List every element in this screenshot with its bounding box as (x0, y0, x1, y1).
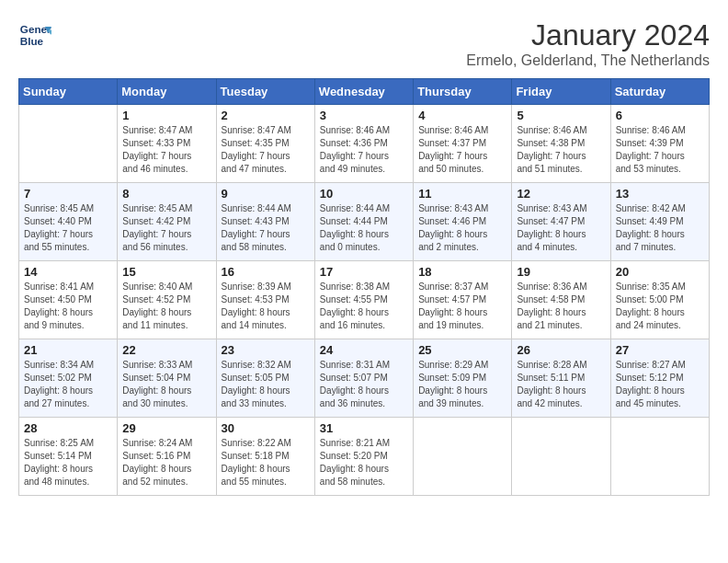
page-header: General Blue January 2024 Ermelo, Gelder… (18, 18, 710, 69)
day-info: Sunrise: 8:37 AM Sunset: 4:57 PM Dayligh… (418, 281, 506, 332)
day-info: Sunrise: 8:29 AM Sunset: 5:09 PM Dayligh… (418, 359, 506, 410)
day-info: Sunrise: 8:39 AM Sunset: 4:53 PM Dayligh… (222, 281, 310, 332)
day-info: Sunrise: 8:33 AM Sunset: 5:04 PM Dayligh… (122, 359, 210, 410)
day-number: 4 (418, 109, 506, 122)
logo-icon: General Blue (18, 18, 51, 52)
calendar-subtitle: Ermelo, Gelderland, The Netherlands (466, 52, 710, 69)
day-info: Sunrise: 8:40 AM Sunset: 4:52 PM Dayligh… (122, 281, 210, 332)
calendar-cell (414, 418, 512, 496)
day-number: 29 (122, 421, 210, 435)
day-info: Sunrise: 8:47 AM Sunset: 4:35 PM Dayligh… (222, 124, 310, 176)
day-info: Sunrise: 8:36 AM Sunset: 4:58 PM Dayligh… (517, 281, 605, 332)
day-number: 8 (122, 187, 210, 201)
day-info: Sunrise: 8:46 AM Sunset: 4:38 PM Dayligh… (517, 124, 605, 176)
day-number: 24 (320, 343, 408, 357)
day-number: 12 (517, 187, 605, 201)
calendar-cell: 20Sunrise: 8:35 AM Sunset: 5:00 PM Dayli… (610, 261, 709, 339)
day-info: Sunrise: 8:27 AM Sunset: 5:12 PM Dayligh… (616, 359, 704, 410)
day-info: Sunrise: 8:46 AM Sunset: 4:36 PM Dayligh… (320, 124, 408, 176)
calendar-week-row: 21Sunrise: 8:34 AM Sunset: 5:02 PM Dayli… (19, 339, 710, 418)
day-info: Sunrise: 8:43 AM Sunset: 4:47 PM Dayligh… (517, 202, 605, 254)
calendar-cell (19, 105, 118, 183)
day-info: Sunrise: 8:46 AM Sunset: 4:37 PM Dayligh… (418, 124, 506, 176)
calendar-cell: 3Sunrise: 8:46 AM Sunset: 4:36 PM Daylig… (314, 105, 413, 183)
day-number: 22 (122, 343, 210, 357)
day-info: Sunrise: 8:32 AM Sunset: 5:05 PM Dayligh… (222, 359, 310, 410)
day-number: 5 (517, 109, 605, 122)
calendar-week-row: 14Sunrise: 8:41 AM Sunset: 4:50 PM Dayli… (19, 261, 710, 339)
calendar-week-row: 28Sunrise: 8:25 AM Sunset: 5:14 PM Dayli… (19, 418, 710, 496)
calendar-cell: 12Sunrise: 8:43 AM Sunset: 4:47 PM Dayli… (512, 183, 610, 261)
svg-text:Blue: Blue (20, 35, 44, 47)
weekday-header-saturday: Saturday (610, 79, 709, 105)
calendar-cell: 6Sunrise: 8:46 AM Sunset: 4:39 PM Daylig… (610, 105, 709, 183)
day-number: 10 (320, 187, 408, 201)
day-info: Sunrise: 8:44 AM Sunset: 4:44 PM Dayligh… (320, 202, 408, 254)
day-info: Sunrise: 8:43 AM Sunset: 4:46 PM Dayligh… (418, 202, 506, 254)
calendar-body: 1Sunrise: 8:47 AM Sunset: 4:33 PM Daylig… (19, 105, 710, 496)
calendar-cell: 14Sunrise: 8:41 AM Sunset: 4:50 PM Dayli… (19, 261, 118, 339)
day-number: 15 (122, 265, 210, 279)
weekday-header-row: SundayMondayTuesdayWednesdayThursdayFrid… (19, 79, 710, 105)
day-info: Sunrise: 8:45 AM Sunset: 4:42 PM Dayligh… (122, 202, 210, 254)
day-info: Sunrise: 8:28 AM Sunset: 5:11 PM Dayligh… (517, 359, 605, 410)
day-number: 16 (222, 265, 310, 279)
day-number: 18 (418, 265, 506, 279)
calendar-cell: 19Sunrise: 8:36 AM Sunset: 4:58 PM Dayli… (512, 261, 610, 339)
day-info: Sunrise: 8:44 AM Sunset: 4:43 PM Dayligh… (222, 202, 310, 254)
calendar-cell: 8Sunrise: 8:45 AM Sunset: 4:42 PM Daylig… (118, 183, 216, 261)
day-info: Sunrise: 8:24 AM Sunset: 5:16 PM Dayligh… (122, 437, 210, 488)
calendar-week-row: 7Sunrise: 8:45 AM Sunset: 4:40 PM Daylig… (19, 183, 710, 261)
day-number: 26 (517, 343, 605, 357)
calendar-cell: 22Sunrise: 8:33 AM Sunset: 5:04 PM Dayli… (118, 339, 216, 418)
day-info: Sunrise: 8:22 AM Sunset: 5:18 PM Dayligh… (222, 437, 310, 488)
weekday-header-monday: Monday (118, 79, 216, 105)
day-info: Sunrise: 8:45 AM Sunset: 4:40 PM Dayligh… (24, 202, 112, 254)
calendar-cell: 5Sunrise: 8:46 AM Sunset: 4:38 PM Daylig… (512, 105, 610, 183)
day-number: 7 (24, 187, 112, 201)
calendar-cell: 29Sunrise: 8:24 AM Sunset: 5:16 PM Dayli… (118, 418, 216, 496)
weekday-header-wednesday: Wednesday (314, 79, 413, 105)
day-number: 2 (222, 109, 310, 122)
calendar-cell: 28Sunrise: 8:25 AM Sunset: 5:14 PM Dayli… (19, 418, 118, 496)
calendar-cell: 13Sunrise: 8:42 AM Sunset: 4:49 PM Dayli… (610, 183, 709, 261)
day-number: 20 (616, 265, 704, 279)
day-number: 19 (517, 265, 605, 279)
calendar-cell: 9Sunrise: 8:44 AM Sunset: 4:43 PM Daylig… (216, 183, 314, 261)
day-info: Sunrise: 8:47 AM Sunset: 4:33 PM Dayligh… (122, 124, 210, 176)
day-number: 30 (222, 421, 310, 435)
calendar-cell: 18Sunrise: 8:37 AM Sunset: 4:57 PM Dayli… (414, 261, 512, 339)
day-number: 17 (320, 265, 408, 279)
calendar-cell: 24Sunrise: 8:31 AM Sunset: 5:07 PM Dayli… (314, 339, 413, 418)
day-number: 31 (320, 421, 408, 435)
calendar-week-row: 1Sunrise: 8:47 AM Sunset: 4:33 PM Daylig… (19, 105, 710, 183)
day-number: 13 (616, 187, 704, 201)
day-number: 9 (222, 187, 310, 201)
day-info: Sunrise: 8:38 AM Sunset: 4:55 PM Dayligh… (320, 281, 408, 332)
calendar-cell: 7Sunrise: 8:45 AM Sunset: 4:40 PM Daylig… (19, 183, 118, 261)
day-number: 25 (418, 343, 506, 357)
day-number: 11 (418, 187, 506, 201)
calendar-cell: 23Sunrise: 8:32 AM Sunset: 5:05 PM Dayli… (216, 339, 314, 418)
calendar-cell: 30Sunrise: 8:22 AM Sunset: 5:18 PM Dayli… (216, 418, 314, 496)
calendar-table: SundayMondayTuesdayWednesdayThursdayFrid… (18, 78, 710, 496)
day-info: Sunrise: 8:42 AM Sunset: 4:49 PM Dayligh… (616, 202, 704, 254)
calendar-cell: 16Sunrise: 8:39 AM Sunset: 4:53 PM Dayli… (216, 261, 314, 339)
day-number: 27 (616, 343, 704, 357)
calendar-cell: 4Sunrise: 8:46 AM Sunset: 4:37 PM Daylig… (414, 105, 512, 183)
title-block: January 2024 Ermelo, Gelderland, The Net… (466, 18, 710, 69)
calendar-cell: 11Sunrise: 8:43 AM Sunset: 4:46 PM Dayli… (414, 183, 512, 261)
calendar-cell: 17Sunrise: 8:38 AM Sunset: 4:55 PM Dayli… (314, 261, 413, 339)
day-number: 23 (222, 343, 310, 357)
day-number: 1 (122, 109, 210, 122)
day-number: 14 (24, 265, 112, 279)
calendar-cell: 25Sunrise: 8:29 AM Sunset: 5:09 PM Dayli… (414, 339, 512, 418)
calendar-cell: 26Sunrise: 8:28 AM Sunset: 5:11 PM Dayli… (512, 339, 610, 418)
weekday-header-tuesday: Tuesday (216, 79, 314, 105)
calendar-cell: 21Sunrise: 8:34 AM Sunset: 5:02 PM Dayli… (19, 339, 118, 418)
weekday-header-friday: Friday (512, 79, 610, 105)
day-info: Sunrise: 8:21 AM Sunset: 5:20 PM Dayligh… (320, 437, 408, 488)
day-info: Sunrise: 8:46 AM Sunset: 4:39 PM Dayligh… (616, 124, 704, 176)
weekday-header-thursday: Thursday (414, 79, 512, 105)
day-number: 3 (320, 109, 408, 122)
